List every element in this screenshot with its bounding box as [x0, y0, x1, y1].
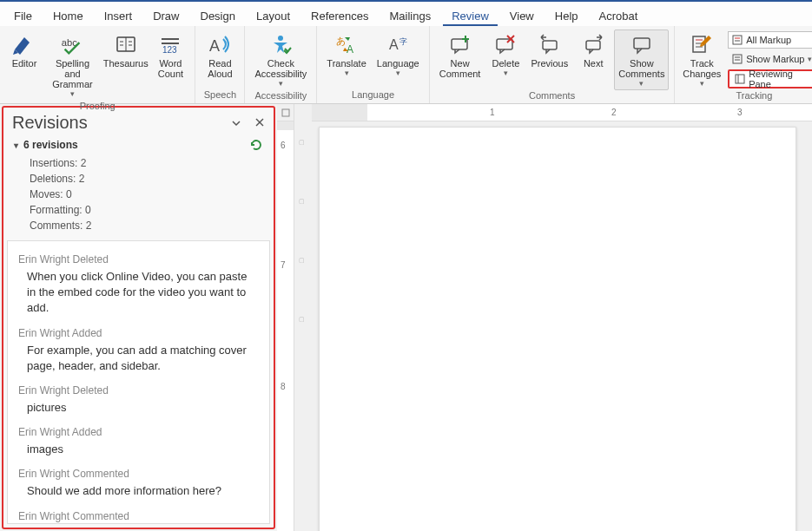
refresh-icon[interactable] — [249, 138, 263, 152]
tab-insert[interactable]: Insert — [96, 4, 142, 26]
group-proofing-label: Proofing — [80, 101, 116, 113]
new-comment-button[interactable]: New Comment — [435, 30, 485, 82]
tab-draw[interactable]: Draw — [144, 4, 188, 26]
tab-acrobat[interactable]: Acrobat — [591, 4, 647, 26]
track-changes-label: Track Changes — [683, 58, 721, 79]
tab-home[interactable]: Home — [44, 4, 92, 26]
svg-point-11 — [278, 36, 283, 41]
revisions-count: 6 revisions — [23, 139, 78, 151]
tab-design[interactable]: Design — [192, 4, 244, 26]
revisions-pane: Revisions ▾ 6 revisions — [2, 106, 275, 529]
chevron-down-icon: ▾ — [70, 89, 75, 98]
revision-content: Should we add more information here? — [18, 483, 259, 499]
revision-item[interactable]: Erin Wright Deleted When you click Onlin… — [18, 253, 259, 317]
read-aloud-icon: A — [208, 32, 232, 56]
display-for-review-select[interactable]: All Markup ▾ — [728, 31, 812, 49]
reviewing-pane-icon — [735, 74, 745, 84]
svg-text:A: A — [209, 37, 220, 55]
tab-mailings[interactable]: Mailings — [381, 4, 440, 26]
revisions-list[interactable]: Erin Wright Deleted When you click Onlin… — [7, 240, 270, 524]
thesaurus-button[interactable]: Thesaurus — [102, 30, 149, 71]
new-comment-label: New Comment — [439, 58, 481, 79]
ruler-tick: 8 — [281, 382, 286, 391]
document-page[interactable] — [319, 127, 796, 531]
horizontal-ruler[interactable]: 1 2 3 — [312, 104, 812, 121]
tab-view[interactable]: View — [501, 4, 543, 26]
revision-author-action: Erin Wright Commented — [18, 510, 259, 522]
tab-references[interactable]: References — [302, 4, 377, 26]
group-proofing: Editor abc Spelling and Grammar ▾ Thesau… — [0, 26, 195, 103]
show-comments-icon — [630, 32, 654, 56]
group-tracking: Track Changes ▾ All Markup ▾ — [675, 26, 812, 103]
ruler-corner[interactable] — [277, 104, 294, 121]
read-aloud-button[interactable]: A Read Aloud — [201, 30, 239, 82]
track-changes-button[interactable]: Track Changes ▾ — [680, 30, 723, 90]
revision-item[interactable]: Erin Wright Added For example, you can a… — [18, 327, 259, 374]
revision-item[interactable]: Erin Wright Commented I will do some res… — [18, 510, 259, 525]
editor-icon — [12, 32, 36, 56]
delete-comment-button[interactable]: Delete ▾ — [486, 30, 525, 80]
ruler-tick: 6 — [281, 141, 286, 150]
revision-item[interactable]: Erin Wright Commented Should we add more… — [18, 468, 259, 499]
reviewing-pane-button[interactable]: Reviewing Pane ▾ — [728, 69, 812, 88]
svg-text:あ: あ — [336, 36, 346, 46]
tab-layout[interactable]: Layout — [248, 4, 299, 26]
group-accessibility: Check Accessibility ▾ Accessibility — [245, 26, 317, 103]
revision-item[interactable]: Erin Wright Deleted pictures — [18, 384, 259, 416]
wordcount-icon: 123 — [158, 32, 182, 56]
read-aloud-label: Read Aloud — [208, 58, 232, 79]
group-language-label: Language — [352, 89, 394, 102]
svg-rect-29 — [733, 36, 742, 44]
vertical-ruler[interactable]: 6 7 8 — [277, 121, 294, 531]
previous-comment-icon — [538, 32, 562, 56]
revision-content: When you click Online Video, you can pas… — [18, 269, 259, 317]
ribbon-tabs: File Home Insert Draw Design Layout Refe… — [0, 0, 812, 26]
next-comment-label: Next — [584, 58, 604, 69]
ruler-tick: 3 — [737, 108, 743, 117]
ribbon: Editor abc Spelling and Grammar ▾ Thesau… — [0, 26, 812, 104]
show-comments-label: Show Comments — [618, 58, 664, 79]
group-speech: A Read Aloud Speech — [195, 26, 245, 103]
ruler-tick: 1 — [490, 108, 495, 117]
wordcount-button[interactable]: 123 Word Count — [151, 30, 189, 82]
svg-rect-23 — [586, 41, 600, 49]
revision-author-action: Erin Wright Deleted — [18, 384, 259, 397]
svg-text:123: 123 — [162, 45, 177, 55]
svg-rect-35 — [736, 75, 744, 83]
editor-button[interactable]: Editor — [5, 30, 43, 71]
revision-content: pictures — [18, 400, 259, 416]
previous-comment-button[interactable]: Previous — [526, 30, 572, 71]
accessibility-icon — [268, 32, 293, 56]
translate-button[interactable]: あA Translate ▾ — [322, 30, 370, 80]
revision-item[interactable]: Erin Wright Added images — [18, 426, 259, 457]
summary-collapse-icon[interactable]: ▾ — [14, 141, 18, 150]
markup-icon — [732, 35, 743, 45]
next-comment-button[interactable]: Next — [574, 30, 612, 71]
show-comments-button[interactable]: Show Comments ▾ — [614, 30, 669, 90]
chevron-down-icon: ▾ — [639, 79, 644, 88]
page-scroll[interactable] — [308, 121, 812, 531]
tab-help[interactable]: Help — [546, 4, 587, 26]
language-button[interactable]: A字 Language ▾ — [373, 30, 424, 80]
tab-file[interactable]: File — [5, 4, 41, 26]
tab-review[interactable]: Review — [443, 4, 498, 26]
spelling-button[interactable]: abc Spelling and Grammar ▾ — [45, 30, 100, 101]
stat-deletions: Deletions: 2 — [14, 171, 263, 187]
revision-content: For example, you can add a matching cove… — [18, 343, 259, 374]
revisions-title: Revisions — [12, 113, 88, 133]
revisions-dropdown-icon[interactable] — [230, 117, 242, 129]
stat-insertions: Insertions: 2 — [14, 155, 263, 171]
group-comments-label: Comments — [529, 90, 575, 102]
language-icon: A字 — [386, 32, 410, 56]
svg-text:A: A — [389, 37, 399, 52]
svg-text:A: A — [347, 43, 353, 55]
check-accessibility-button[interactable]: Check Accessibility ▾ — [250, 30, 311, 90]
spelling-label: Spelling and Grammar — [50, 58, 96, 89]
chevron-down-icon: ▾ — [279, 79, 283, 88]
show-markup-button[interactable]: Show Markup ▾ — [728, 50, 812, 68]
previous-comment-label: Previous — [531, 58, 568, 69]
editor-label: Editor — [12, 58, 37, 69]
thesaurus-label: Thesaurus — [103, 58, 149, 69]
revisions-close-icon[interactable] — [254, 117, 265, 129]
chevron-down-icon: ▾ — [504, 69, 508, 77]
